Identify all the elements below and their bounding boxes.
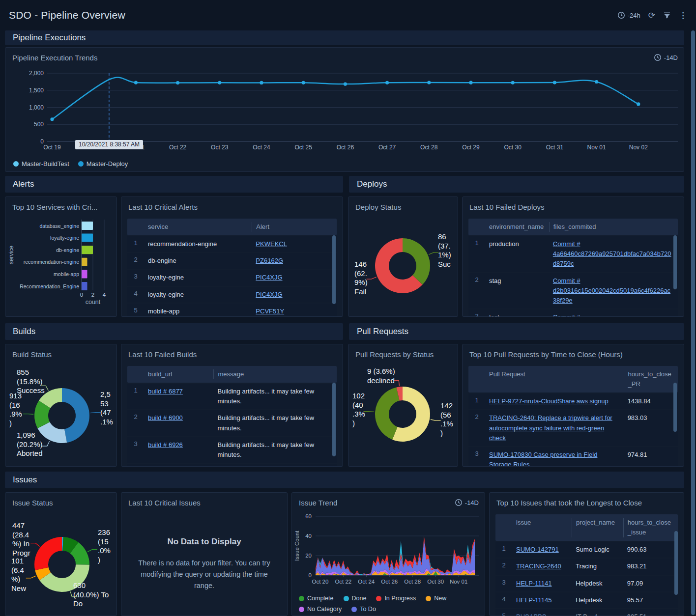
table-link[interactable]: PCVF51Y	[256, 308, 284, 315]
legend-item[interactable]: To Do	[351, 606, 376, 613]
table-link[interactable]: HELP-9727-nruta-CloudShare aws signup	[489, 397, 609, 405]
data-point[interactable]	[218, 81, 221, 84]
column-header[interactable]: project_name	[572, 518, 623, 537]
table-link[interactable]: SUMO-142791	[516, 546, 559, 553]
column-header[interactable]: issue	[512, 518, 572, 537]
panel-time-badge[interactable]: -14D	[455, 499, 479, 506]
data-point[interactable]	[344, 83, 347, 86]
time-range-selector[interactable]: -24h	[617, 11, 640, 19]
data-point[interactable]	[511, 81, 515, 84]
kebab-menu-icon[interactable]: ⋮	[679, 11, 687, 20]
donut-label: 9 (3.6%) declined	[367, 367, 406, 385]
row-number: 1	[127, 387, 144, 394]
table-scrollbar[interactable]	[673, 383, 677, 432]
row-number: 1	[127, 239, 144, 247]
legend-dot	[78, 161, 84, 167]
critical-alerts-table: serviceAlert1recommendation-enginePKWEKC…	[127, 219, 337, 313]
table-scrollbar[interactable]	[673, 235, 677, 289]
table-row: 5mobile-appPCVF51Y	[127, 304, 337, 317]
table-scrollbar[interactable]	[332, 235, 336, 304]
table-link[interactable]: Commit # 4a66460c87269a925701dbfac7a034b…	[553, 240, 671, 267]
data-point[interactable]	[134, 81, 138, 84]
donut-slice[interactable]	[62, 388, 89, 443]
svg-text:Oct 31: Oct 31	[546, 144, 564, 151]
bar[interactable]	[82, 246, 93, 254]
table-link[interactable]: TRACING-2640	[516, 562, 561, 570]
link-cell: HELP-9727-nruta-CloudShare aws signup	[485, 396, 624, 406]
column-header[interactable]: hours_to_close_issue	[623, 518, 678, 537]
bar-chart-svg: database_engineloyalty-eginedb-enginerec…	[5, 197, 117, 317]
donut-slice[interactable]	[34, 537, 62, 570]
data-point[interactable]	[553, 81, 556, 84]
donut-slice[interactable]	[403, 238, 430, 285]
table-row: 3build # 6926Building artifacts... it ma…	[127, 437, 337, 463]
data-point[interactable]	[302, 81, 305, 84]
column-header[interactable]: build_url	[144, 369, 213, 379]
data-point[interactable]	[260, 81, 263, 84]
data-point[interactable]	[637, 102, 640, 106]
bar[interactable]	[82, 270, 87, 278]
data-point[interactable]	[427, 81, 431, 84]
column-header[interactable]: Alert	[252, 222, 337, 232]
column-header[interactable]: files_commited	[549, 222, 678, 232]
link-cell: TRACING-2640: Replace a tripwire alert f…	[485, 413, 624, 443]
table-link[interactable]: build # 6877	[148, 388, 183, 395]
table-link[interactable]: PIC4XJG	[256, 274, 282, 281]
svg-text:Oct 30: Oct 30	[427, 579, 444, 585]
table-link[interactable]: PIC4XJG	[256, 291, 282, 298]
legend-item[interactable]: Done	[344, 595, 367, 602]
link-cell: SUMO-142791	[512, 545, 572, 555]
failed-deploys-table: environment_namefiles_commited1productio…	[468, 219, 678, 313]
donut-label: 146 (62. 9%) Fail	[354, 260, 376, 296]
column-header[interactable]: service	[144, 222, 252, 232]
svg-text:Oct 20: Oct 20	[312, 579, 328, 585]
table-link[interactable]: build # 6926	[148, 441, 183, 448]
table-link[interactable]: TRACING-2640: Replace a tripwire alert f…	[489, 414, 612, 441]
page-scrollbar[interactable]	[691, 30, 695, 615]
table-link[interactable]: SUMO-170830 Case preserve in Field Stora…	[489, 451, 597, 467]
table-link[interactable]: build # 6900	[148, 414, 183, 421]
bar[interactable]	[82, 258, 87, 266]
legend-item[interactable]: Complete	[299, 595, 334, 602]
table-row: 3SUMO-170830 Case preserve in Field Stor…	[468, 447, 678, 467]
bar[interactable]	[82, 222, 93, 230]
legend-item[interactable]: No Category	[299, 606, 342, 613]
donut-label: 86 (37. 1%) Suc	[438, 232, 458, 269]
table-scrollbar[interactable]	[332, 383, 336, 456]
legend-item[interactable]: Master-BuildTest	[13, 160, 69, 168]
table-link[interactable]: BUSAPPS-	[516, 613, 549, 616]
bar[interactable]	[82, 282, 87, 290]
svg-text:20: 20	[305, 553, 312, 559]
table-link[interactable]: HELP-11141	[516, 580, 552, 587]
data-point[interactable]	[176, 81, 179, 84]
column-header[interactable]: message	[213, 369, 337, 379]
data-point[interactable]	[50, 117, 54, 121]
svg-text:Oct 26: Oct 26	[337, 144, 354, 151]
column-header[interactable]: environment_name	[485, 222, 549, 232]
svg-text:Oct 28: Oct 28	[404, 579, 421, 585]
svg-text:Oct 24: Oct 24	[358, 579, 375, 585]
panel-time-badge[interactable]: -14D	[654, 54, 678, 61]
table-link[interactable]: PZ6162G	[256, 257, 283, 264]
legend-item[interactable]: In Progress	[376, 595, 416, 602]
legend-label: No Category	[307, 606, 342, 613]
refresh-icon[interactable]: ⟳	[648, 11, 655, 20]
table-scrollbar[interactable]	[674, 531, 678, 595]
table-link[interactable]: Commit # 3eff478c1972142e571eeea7f1ec3d6…	[553, 313, 672, 317]
bar[interactable]	[82, 234, 93, 242]
legend-item[interactable]: New	[426, 595, 446, 602]
data-point[interactable]	[385, 81, 389, 84]
column-header[interactable]: Pull Request	[485, 369, 624, 389]
filter-icon[interactable]	[663, 11, 671, 19]
table-link[interactable]: HELP-11145	[516, 596, 552, 604]
legend-item[interactable]: Master-Deploy	[78, 160, 128, 168]
data-point[interactable]	[469, 81, 472, 84]
panel-title: Build Status	[12, 350, 52, 359]
table-link[interactable]: Commit # d2b0316c15e002042cd5019a6c4f622…	[553, 277, 670, 304]
time-range-label: -24h	[628, 12, 640, 19]
data-point[interactable]	[595, 80, 598, 84]
svg-text:Oct 27: Oct 27	[378, 144, 396, 151]
table-link[interactable]: PKWEKCL	[256, 240, 287, 248]
link-cell: build # 6926	[144, 440, 214, 450]
column-header[interactable]: hours_to_close_PR	[624, 369, 678, 389]
